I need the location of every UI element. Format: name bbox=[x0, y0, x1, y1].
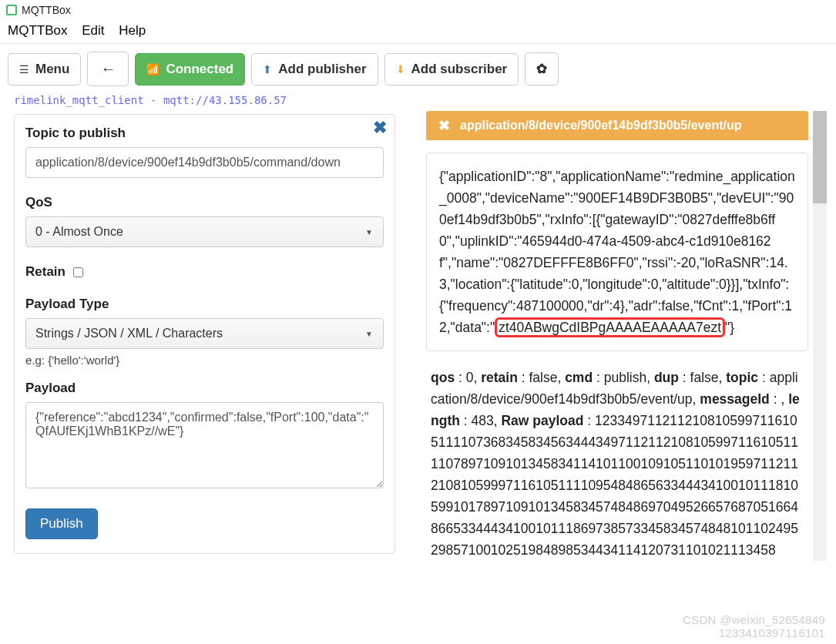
qos-label: QoS bbox=[25, 195, 384, 210]
settings-button[interactable]: ✿ bbox=[525, 52, 559, 86]
gear-icon: ✿ bbox=[536, 61, 547, 77]
client-name: rimelink_mqtt_client bbox=[14, 94, 144, 106]
menubar: MQTTBox Edit Help bbox=[0, 20, 836, 44]
watermark: CSDN @weixin_52654849 1233410397116101 bbox=[683, 613, 825, 640]
retain-checkbox[interactable] bbox=[73, 267, 83, 277]
close-message-icon[interactable]: ✖ bbox=[438, 117, 450, 134]
message-meta: qos : 0, retain : false, cmd : publish, … bbox=[426, 367, 808, 561]
message-pre: {"applicationID":"8","applicationName":"… bbox=[439, 169, 795, 335]
signal-icon: 📶 bbox=[146, 63, 159, 75]
arrow-down-circle-icon: ⬇ bbox=[396, 63, 405, 75]
topic-input[interactable] bbox=[25, 147, 384, 178]
menu-help[interactable]: Help bbox=[119, 23, 146, 38]
app-icon bbox=[6, 5, 17, 15]
message-highlight: zt40ABwgCdIBPgAAAAEAAAAA7ezt bbox=[495, 317, 725, 337]
window-title: MQTTBox bbox=[22, 4, 71, 16]
topic-label: Topic to publish bbox=[25, 126, 384, 141]
toolbar: ☰ Menu ← 📶 Connected ⬆ Add publisher ⬇ A… bbox=[0, 44, 836, 92]
payload-label: Payload bbox=[25, 381, 384, 396]
connected-label: Connected bbox=[166, 62, 233, 77]
menu-app[interactable]: MQTTBox bbox=[8, 23, 67, 38]
publisher-panel: ✖ Topic to publish QoS 0 - Almost Once R… bbox=[14, 114, 395, 554]
publish-button[interactable]: Publish bbox=[25, 508, 98, 539]
back-button[interactable]: ← bbox=[87, 52, 129, 86]
add-subscriber-button[interactable]: ⬇ Add subscriber bbox=[384, 53, 519, 86]
scrollbar-thumb[interactable] bbox=[813, 111, 827, 203]
message-topic: application/8/device/900ef14b9df3b0b5/ev… bbox=[460, 119, 741, 132]
subscriber-panel: ✖ application/8/device/900ef14b9df3b0b5/… bbox=[426, 111, 827, 561]
message-post: "} bbox=[725, 320, 734, 335]
menu-edit[interactable]: Edit bbox=[82, 23, 104, 38]
add-publisher-button[interactable]: ⬆ Add publisher bbox=[251, 53, 378, 86]
qos-select[interactable]: 0 - Almost Once bbox=[25, 216, 384, 247]
payload-type-select[interactable]: Strings / JSON / XML / Characters bbox=[25, 318, 384, 349]
close-icon[interactable]: ✖ bbox=[373, 119, 387, 136]
publish-label: Publish bbox=[40, 516, 83, 532]
add-subscriber-label: Add subscriber bbox=[411, 62, 508, 77]
message-body: {"applicationID":"8","applicationName":"… bbox=[426, 153, 808, 351]
connected-button[interactable]: 📶 Connected bbox=[135, 53, 245, 86]
payload-type-hint: e.g: {'hello':'world'} bbox=[25, 354, 384, 367]
message-header: ✖ application/8/device/900ef14b9df3b0b5/… bbox=[426, 111, 808, 140]
arrow-up-circle-icon: ⬆ bbox=[263, 63, 272, 75]
arrow-left-icon: ← bbox=[100, 60, 116, 78]
connection-string: rimelink_mqtt_client - mqtt://43.155.86.… bbox=[0, 92, 836, 111]
payload-textarea[interactable]: {"reference":"abcd1234","confirmed":fals… bbox=[25, 402, 384, 488]
hamburger-icon: ☰ bbox=[19, 63, 29, 75]
add-publisher-label: Add publisher bbox=[278, 62, 366, 77]
menu-button[interactable]: ☰ Menu bbox=[8, 53, 81, 86]
payload-type-label: Payload Type bbox=[25, 297, 384, 312]
titlebar: MQTTBox bbox=[0, 0, 836, 20]
retain-label: Retain bbox=[25, 264, 65, 280]
menu-button-label: Menu bbox=[35, 62, 69, 77]
broker-url: mqtt://43.155.86.57 bbox=[163, 94, 287, 106]
